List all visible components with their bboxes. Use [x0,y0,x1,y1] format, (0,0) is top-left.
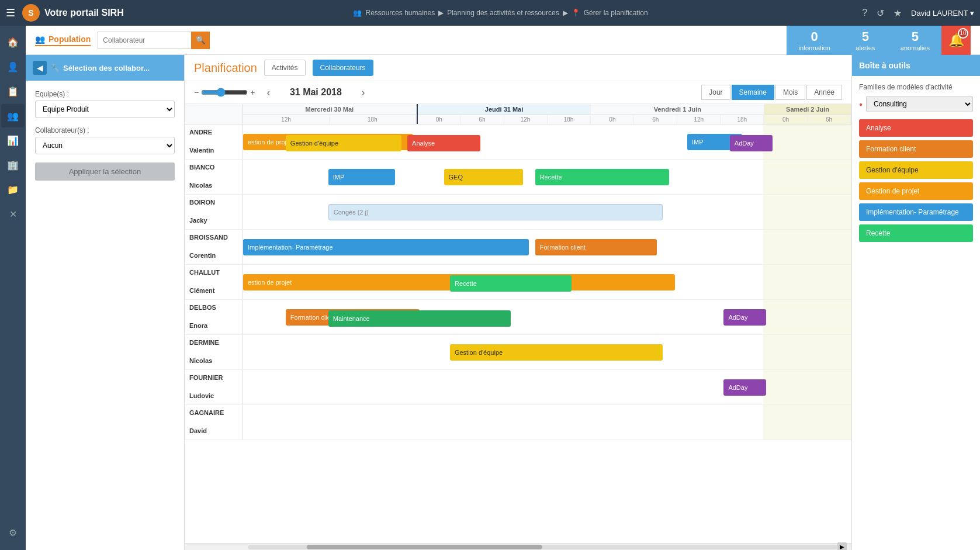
filter-header: ◀ 🔧 Sélection des collabor... [26,55,184,81]
gantt-bar[interactable]: Maintenance [328,310,511,327]
collaborateur-select[interactable]: Aucun [35,137,175,154]
equipe-select[interactable]: Equipe Produit [35,101,175,118]
sidebar-item-files[interactable]: 📁 [1,178,25,201]
planning-area: Planification Activités Collaborateurs −… [185,55,851,550]
tab-collaborateurs[interactable]: Collaborateurs [313,60,373,76]
activity-chip[interactable]: Analyse [859,119,973,137]
user-name: David LAURENT [911,9,968,18]
sidebar-item-close[interactable]: ✕ [1,202,25,226]
day-block-vendredi: Vendredi 1 Juin 0h 6h 12h 18h [591,104,764,124]
filter-title: Sélection des collabor... [63,64,150,72]
gantt-time-header: Mercredi 30 Mai 12h 18h Jeudi 31 Mai 0h [243,104,851,124]
hamburger-icon[interactable]: ☰ [6,6,15,19]
filter-icon: 🔧 [50,64,60,72]
gantt-bar[interactable]: Analyse [407,135,480,151]
row-name-dermine: DERMINENicolas [185,335,243,369]
time-label: 12h [504,115,548,124]
family-select[interactable]: Consulting [866,96,973,112]
tab-activites[interactable]: Activités [264,60,306,76]
activity-chip[interactable]: Recette [859,224,973,242]
activity-chip[interactable]: Formation client [859,140,973,158]
badge-anomalies: 5 anomalies [889,26,941,55]
time-label: 18h [548,115,591,124]
calendar-prev-button[interactable]: ‹ [262,87,275,99]
history-icon[interactable]: ↺ [877,8,884,19]
user-menu[interactable]: David LAURENT ▾ [911,9,974,18]
brand: S Votre portail SIRH [22,4,139,22]
activity-chip[interactable]: Gestion de projet [859,182,973,200]
row-timeline-boiron: Congés (2 j) [243,195,851,229]
body-area: ◀ 🔧 Sélection des collabor... Equipe(s) … [26,55,980,550]
gantt-bar[interactable]: AdDay [730,135,773,151]
filter-panel: ◀ 🔧 Sélection des collabor... Equipe(s) … [26,55,185,550]
day-label-jeudi: Jeudi 31 Mai [418,104,591,115]
breadcrumb-item-1[interactable]: Ressources humaines [365,9,435,17]
gantt-bar[interactable]: Gestion d'équipe [286,135,401,151]
zoom-out-button[interactable]: − [194,88,199,97]
zoom-slider[interactable] [201,88,248,97]
view-mois-button[interactable]: Mois [775,85,805,100]
top-navbar: ☰ S Votre portail SIRH 👥 Ressources huma… [0,0,980,26]
gantt-header: Mercredi 30 Mai 12h 18h Jeudi 31 Mai 0h [185,104,851,124]
sidebar-item-profile[interactable]: 👤 [1,55,25,78]
badge-anomalies-num: 5 [901,29,930,44]
gantt-bar[interactable]: Recette [450,275,572,292]
gantt-bar[interactable]: AdDay [723,309,766,326]
families-label: Familles de modèles d'activité [859,83,973,91]
gantt-bar[interactable]: Formation client [535,239,657,255]
view-annee-button[interactable]: Année [806,85,842,100]
zoom-in-button[interactable]: + [250,88,255,97]
view-jour-button[interactable]: Jour [701,85,730,100]
time-labels-jeudi: 0h 6h 12h 18h [418,115,591,124]
gantt-bar[interactable]: Gestion d'équipe [450,344,663,361]
badge-anomalies-label: anomalies [901,44,930,51]
row-timeline-broissand: Implémentation- Paramétrage Formation cl… [243,230,851,264]
day-block-jeudi: Jeudi 31 Mai 0h 6h 12h 18h [417,104,591,124]
sidebar-item-reports[interactable]: 📊 [1,129,25,152]
search-button[interactable]: 🔍 [191,32,210,49]
sidebar-item-home[interactable]: 🏠 [1,30,25,54]
sidebar-item-organization[interactable]: 🏢 [1,153,25,177]
view-buttons: Jour Semaine Mois Année [701,85,842,100]
time-label: 12h [243,115,330,124]
notification-button[interactable]: 🔔 10 [941,26,971,55]
time-label: 18h [330,115,416,124]
activity-chip[interactable]: Gestion d'équipe [859,161,973,179]
gantt-bar-conge[interactable]: Congés (2 j) [328,204,663,220]
weekend-overlay [763,335,851,369]
badge-alertes-label: alertes [854,44,877,51]
sidebar-item-settings[interactable]: ⚙ [1,521,25,544]
time-labels-vendredi: 0h 6h 12h 18h [591,115,764,124]
population-tab[interactable]: 👥 Population [35,34,91,46]
apply-button[interactable]: Appliquer la sélection [35,162,175,181]
horizontal-scrollbar[interactable]: ▶ [185,543,851,550]
search-box: 🔍 [98,32,210,49]
day-block-mercredi: Mercredi 30 Mai 12h 18h [243,104,417,124]
breadcrumb-item-2[interactable]: Planning des activités et ressources [447,9,559,17]
weekend-overlay [763,300,851,334]
breadcrumb-item-3-label[interactable]: Gérer la planification [584,9,648,17]
gantt-bar[interactable]: Implémentation- Paramétrage [243,239,529,255]
equipe-label: Equipe(s) : [35,90,175,98]
view-semaine-button[interactable]: Semaine [732,85,774,100]
sidebar-item-tasks[interactable]: 📋 [1,79,25,103]
gantt-body: ANDREValentin estion de projet IMP Gesti… [185,124,851,543]
time-labels-mercredi: 12h 18h [243,115,416,124]
weekend-overlay [763,370,851,404]
filter-body: Equipe(s) : Equipe Produit Collaborateur… [26,81,184,550]
planning-header: Planification Activités Collaborateurs [185,55,851,81]
favorite-icon[interactable]: ★ [894,8,902,19]
gantt-bar[interactable]: GEQ [444,169,523,185]
search-input[interactable] [98,32,191,49]
sidebar-item-team[interactable]: 👥 [1,104,25,127]
calendar-current-date: 31 Mai 2018 [275,87,356,98]
filter-toggle-button[interactable]: ◀ [33,61,47,75]
gantt-bar[interactable]: AdDay [723,379,766,396]
gantt-bar[interactable]: Recette [535,169,669,185]
row-name-challut: CHALLUTClément [185,265,243,299]
help-icon[interactable]: ? [862,8,867,18]
calendar-next-button[interactable]: › [356,87,369,99]
activity-chip[interactable]: Implémentation- Paramétrage [859,203,973,221]
gantt-bar[interactable]: IMP [328,169,396,185]
family-selector: ● Consulting [859,96,973,112]
